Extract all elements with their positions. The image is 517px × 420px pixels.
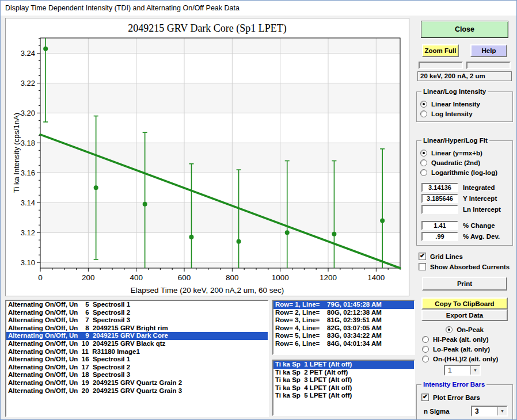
titlebar[interactable]: Display Time Dependent Intensity (TDI) a…: [1, 1, 516, 16]
dropdown-arrow-icon: ▼: [470, 366, 480, 375]
plot-error-bars-checkbox[interactable]: Plot Error Bars: [421, 394, 509, 401]
x-axis-label: Elapsed Time (20 keV, 200 nA,2 um, 60 se…: [6, 286, 409, 295]
list-item[interactable]: Row= 4, Line= 82G, 03:07:05 AM: [273, 324, 414, 333]
svg-text:400: 400: [130, 273, 143, 282]
export-label: Export Data: [446, 312, 484, 319]
print-label: Print: [457, 280, 472, 287]
copy-to-clipboard-button[interactable]: Copy To ClipBoard: [421, 297, 508, 310]
checkbox-label: Plot Error Bars: [433, 394, 480, 401]
intensity-scale-group: Linear/Log Intensity Linear Intensity Lo…: [416, 88, 513, 122]
n-sigma-dropdown[interactable]: 3 ▼: [471, 406, 508, 417]
list-item[interactable]: Alternating On/Off, Un 9 2049215 GRV Dar…: [6, 332, 268, 340]
ln-intercept-value-field: [421, 205, 458, 214]
svg-text:3.12: 3.12: [21, 228, 35, 237]
list-item[interactable]: Row= 1, Line= 79G, 01:45:28 AM: [273, 301, 414, 309]
list-item[interactable]: Row= 5, Line= 83G, 03:34:22 AM: [273, 332, 414, 340]
percent-change-label: % Change: [463, 222, 495, 229]
radio-label: On-(H+L)/2 (alt. only): [433, 356, 498, 362]
list-item[interactable]: Row= 6, Line= 84G, 04:01:34 AM: [273, 340, 414, 348]
checkbox-icon: [419, 253, 426, 260]
ln-intercept-label: Ln Intercept: [463, 206, 501, 213]
svg-text:3.16: 3.16: [21, 169, 35, 177]
svg-text:0: 0: [38, 273, 43, 282]
list-item[interactable]: Alternating On/Off, Un 11 R31180 Image1: [6, 348, 268, 356]
radio-label: Logarithmic (log-log): [431, 169, 497, 176]
radio-label: Hi-Peak (alt. only): [433, 336, 489, 343]
svg-text:200: 200: [82, 273, 95, 282]
radio-label: Quadratic (2nd): [431, 159, 480, 166]
alt-peak-dropdown: 1 ▼: [444, 365, 481, 376]
list-item[interactable]: Ti ka Sp 1 LPET (Alt off): [273, 361, 414, 369]
radio-label: On-Peak: [457, 326, 484, 333]
controls-column: Close Zoom Full Help 20 keV, 200 nA, 2 u…: [415, 18, 514, 420]
radio-icon: [422, 356, 429, 362]
radio-icon: [420, 110, 427, 117]
radio-logarithmic-fit[interactable]: Logarithmic (log-log): [420, 169, 509, 176]
list-item[interactable]: Row= 3, Line= 81G, 02:39:51 AM: [273, 316, 414, 324]
list-item[interactable]: Alternating On/Off, Un 6 Spectrosil 2: [6, 309, 268, 317]
svg-text:3.24: 3.24: [21, 49, 35, 58]
list-item[interactable]: Alternating On/Off, Un 5 Spectrosil 1: [6, 301, 268, 309]
close-button[interactable]: Close: [421, 21, 508, 38]
help-label: Help: [482, 47, 496, 54]
integrated-label: Integrated: [463, 184, 495, 191]
svg-text:1400: 1400: [367, 273, 385, 282]
list-item[interactable]: Ti ka Sp 4 LPET (Alt off): [273, 384, 414, 392]
list-item[interactable]: Ti ka Sp 5 LPET (Alt off): [273, 392, 414, 400]
list-item[interactable]: Alternating On/Off, Un 19 2049215 GRV Qu…: [6, 379, 268, 387]
radio-icon: [446, 326, 453, 333]
svg-text:800: 800: [226, 273, 239, 282]
list-item[interactable]: Alternating On/Off, Un 20 2049215 GRV Qu…: [6, 387, 268, 395]
svg-text:3.20: 3.20: [21, 109, 35, 117]
list-item[interactable]: Alternating On/Off, Un 16 Spectrosil 1: [6, 356, 268, 364]
dropdown-arrow-icon: ▼: [497, 407, 507, 415]
dropdown-value: 1: [445, 366, 470, 375]
list-item[interactable]: Ti ka Sp 3 LPET (Alt off): [273, 376, 414, 384]
list-item[interactable]: Alternating On/Off, Un 17 Spectrosil 2: [6, 364, 268, 372]
radio-icon: [420, 159, 427, 166]
radio-log-intensity[interactable]: Log Intensity: [420, 110, 509, 117]
radio-on-hl2[interactable]: On-(H+L)/2 (alt. only): [422, 356, 514, 362]
radio-hi-peak[interactable]: Hi-Peak (alt. only): [422, 336, 514, 343]
radio-on-peak[interactable]: On-Peak: [415, 326, 514, 333]
percent-avg-dev-value-field: .99: [421, 232, 458, 241]
svg-text:3.14: 3.14: [21, 198, 35, 207]
intensity-scale-group-title: Linear/Log Intensity: [421, 88, 488, 95]
beam-conditions-field: 20 keV, 200 nA, 2 um: [417, 71, 512, 81]
list-item[interactable]: Alternating On/Off, Un 18 Spectrosil 3: [6, 371, 268, 379]
zoom-full-button[interactable]: Zoom Full: [422, 44, 459, 57]
radio-label: Linear (y=mx+b): [431, 150, 482, 156]
radio-linear-fit[interactable]: Linear (y=mx+b): [420, 150, 509, 156]
radio-quadratic-fit[interactable]: Quadratic (2nd): [420, 159, 509, 166]
grid-lines-checkbox[interactable]: Grid Lines: [419, 253, 514, 260]
chart-panel: 2049215 GRV Dark Core (Sp1 LPET) Ti ka I…: [5, 18, 409, 296]
tdi-chart[interactable]: 02004006008001000120014003.103.123.143.1…: [6, 18, 409, 296]
list-item[interactable]: Row= 2, Line= 80G, 02:12:38 AM: [273, 309, 414, 317]
error-bars-group-title: Intensity Error Bars: [421, 381, 486, 388]
radio-icon: [420, 150, 427, 156]
svg-text:600: 600: [178, 273, 191, 282]
fit-type-group-title: Linear/Hyper/Log Fit: [421, 137, 489, 144]
acquisition-row-listbox[interactable]: Row= 1, Line= 79G, 01:45:28 AMRow= 2, Li…: [272, 300, 415, 355]
show-absorbed-currents-checkbox[interactable]: Show Absorbed Currents: [419, 263, 514, 270]
svg-text:1200: 1200: [320, 273, 337, 282]
export-data-button[interactable]: Export Data: [421, 310, 508, 321]
sample-listbox[interactable]: Alternating On/Off, Un 5 Spectrosil 1Alt…: [5, 300, 269, 417]
percent-avg-dev-label: % Avg. Dev.: [463, 233, 500, 240]
help-button[interactable]: Help: [470, 44, 507, 57]
radio-lo-peak[interactable]: Lo-Peak (alt. only): [422, 346, 514, 353]
list-item[interactable]: Alternating On/Off, Un 10 2049215 GRV Bl…: [6, 340, 268, 348]
y-intercept-value-field: 3.185646: [421, 194, 458, 203]
list-item[interactable]: Alternating On/Off, Un 8 2049215 GRV Bri…: [6, 324, 268, 333]
intensity-error-bars-group: Intensity Error Bars Plot Error Bars n S…: [416, 381, 513, 420]
list-item[interactable]: Alternating On/Off, Un 7 Spectrosil 3: [6, 316, 268, 324]
radio-icon: [422, 336, 429, 343]
status-box-right: [466, 62, 511, 69]
n-sigma-label: n Sigma: [424, 408, 450, 415]
element-listbox[interactable]: Ti ka Sp 1 LPET (Alt off)Ti ka Sp 2 PET …: [272, 360, 415, 416]
list-item[interactable]: Ti ka Sp 2 PET (Alt off): [273, 369, 414, 377]
print-button[interactable]: Print: [422, 277, 507, 291]
zoom-full-label: Zoom Full: [425, 47, 457, 54]
radio-label: Lo-Peak (alt. only): [433, 346, 490, 353]
radio-linear-intensity[interactable]: Linear Intensity: [420, 101, 509, 108]
